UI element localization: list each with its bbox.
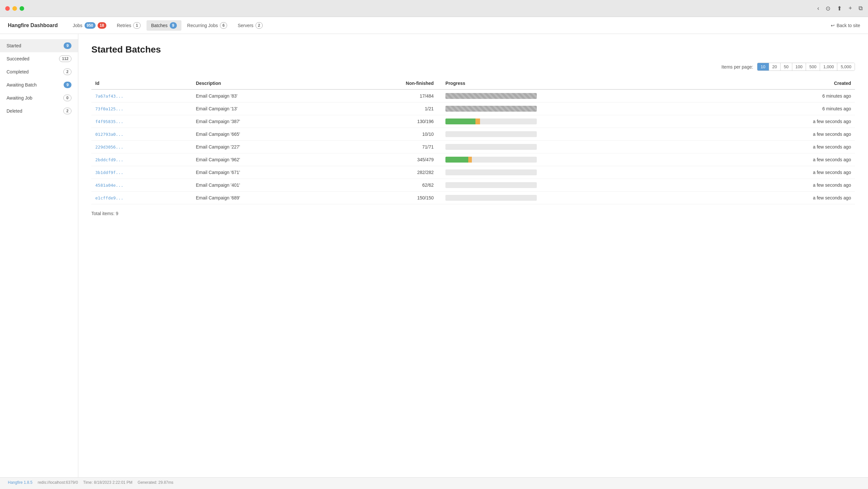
batch-id-link[interactable]: 229d3056... — [95, 145, 123, 150]
cell-created: a few seconds ago — [726, 128, 855, 141]
table-row: 73f0a125...Email Campaign '13'1/216 minu… — [91, 102, 855, 115]
batch-id-link[interactable]: 2bddcfd9... — [95, 157, 123, 162]
cell-id: 012793a0... — [91, 128, 192, 141]
sidebar-item-deleted[interactable]: Deleted 2 — [0, 104, 78, 118]
download-icon[interactable]: ⊙ — [826, 5, 831, 12]
nav-servers-label: Servers — [238, 23, 253, 28]
cell-progress — [438, 153, 726, 166]
maximize-button[interactable] — [20, 6, 24, 11]
table-row: e1cffde9...Email Campaign '689'150/150a … — [91, 192, 855, 204]
cell-id: 73f0a125... — [91, 102, 192, 115]
col-header-non-finished: Non-finished — [337, 78, 438, 89]
cell-description: Email Campaign '962' — [192, 153, 337, 166]
table-row: 7a67af43...Email Campaign '83'17/4846 mi… — [91, 89, 855, 102]
cell-progress — [438, 192, 726, 204]
footer-version-link[interactable]: Hangfire 1.8.5 — [8, 480, 32, 485]
progress-striped — [445, 106, 537, 112]
col-header-id: Id — [91, 78, 192, 89]
ipp-btn-1000[interactable]: 1,000 — [820, 63, 838, 70]
progress-bar — [445, 106, 537, 112]
footer-generated: Generated: 29.87ms — [138, 480, 173, 485]
titlebar: ‹ ⊙ ⬆ + ⧉ — [0, 0, 868, 17]
nav-batches[interactable]: Batches 9 — [147, 20, 181, 31]
cell-non-finished: 345/479 — [337, 153, 438, 166]
sidebar-item-awaiting-job-label: Awaiting Job — [6, 95, 32, 100]
batch-id-link[interactable]: e1cffde9... — [95, 195, 123, 201]
progress-green — [445, 157, 468, 162]
sidebar-item-succeeded-badge: 112 — [59, 56, 71, 62]
nav-jobs-label: Jobs — [73, 23, 83, 28]
sidebar-item-awaiting-batch-badge: 9 — [64, 82, 71, 88]
brand-name: Hangfire Dashboard — [8, 23, 58, 28]
cell-created: 6 minutes ago — [726, 89, 855, 102]
footer-generated-label: Generated: — [138, 480, 157, 485]
nav-jobs-badge: 950 — [85, 22, 96, 29]
minimize-button[interactable] — [12, 6, 17, 11]
traffic-lights — [5, 6, 24, 11]
batches-table: Id Description Non-finished Progress Cre… — [91, 78, 855, 204]
sidebar-item-deleted-label: Deleted — [6, 109, 22, 114]
batch-id-link[interactable]: 4581a04e... — [95, 183, 123, 188]
nav-retries-badge: 1 — [133, 22, 141, 29]
sidebar-item-started[interactable]: Started 9 — [0, 39, 78, 52]
nav-jobs[interactable]: Jobs 950 18 — [68, 20, 111, 31]
cell-progress — [438, 179, 726, 192]
cell-non-finished: 150/150 — [337, 192, 438, 204]
cell-non-finished: 71/71 — [337, 141, 438, 153]
progress-orange — [475, 119, 480, 124]
col-header-created: Created — [726, 78, 855, 89]
table-row: 012793a0...Email Campaign '665'10/10a fe… — [91, 128, 855, 141]
nav-retries-label: Retries — [117, 23, 131, 28]
navbar: Hangfire Dashboard Jobs 950 18 Retries 1… — [0, 17, 868, 34]
cell-created: a few seconds ago — [726, 141, 855, 153]
back-icon: ↩ — [831, 23, 835, 28]
back-icon[interactable]: ‹ — [817, 5, 819, 12]
share-icon[interactable]: ⬆ — [837, 5, 842, 12]
total-items: Total items: 9 — [91, 211, 855, 216]
sidebar-item-started-badge: 9 — [64, 42, 71, 49]
new-tab-icon[interactable]: + — [848, 5, 852, 12]
nav-retries[interactable]: Retries 1 — [112, 20, 145, 31]
sidebar-item-completed[interactable]: Completed 2 — [0, 65, 78, 78]
sidebar-item-awaiting-batch[interactable]: Awaiting Batch 9 — [0, 78, 78, 91]
nav-servers[interactable]: Servers 2 — [233, 20, 267, 31]
cell-id: e1cffde9... — [91, 192, 192, 204]
ipp-btn-500[interactable]: 500 — [806, 63, 820, 70]
tabs-icon[interactable]: ⧉ — [859, 5, 863, 12]
back-to-site[interactable]: ↩ Back to site — [831, 23, 860, 28]
batch-id-link[interactable]: 7a67af43... — [95, 94, 123, 99]
cell-non-finished: 62/62 — [337, 179, 438, 192]
ipp-btn-50[interactable]: 50 — [780, 63, 792, 70]
cell-created: a few seconds ago — [726, 153, 855, 166]
batch-id-link[interactable]: 3b1ddf9f... — [95, 170, 123, 175]
batch-id-link[interactable]: 012793a0... — [95, 132, 123, 137]
batch-id-link[interactable]: f4f95835... — [95, 119, 123, 124]
cell-id: f4f95835... — [91, 115, 192, 128]
ipp-btn-5000[interactable]: 5,000 — [837, 63, 855, 70]
progress-striped — [445, 93, 537, 99]
close-button[interactable] — [5, 6, 10, 11]
cell-description: Email Campaign '671' — [192, 166, 337, 179]
sidebar-item-succeeded-label: Succeeded — [6, 56, 29, 61]
sidebar-item-succeeded[interactable]: Succeeded 112 — [0, 52, 78, 65]
table-row: 229d3056...Email Campaign '227'71/71a fe… — [91, 141, 855, 153]
nav-recurring-jobs-badge: 6 — [220, 22, 227, 29]
cell-non-finished: 130/196 — [337, 115, 438, 128]
ipp-btn-20[interactable]: 20 — [769, 63, 780, 70]
footer-generated-value: 29.87ms — [158, 480, 173, 485]
sidebar-item-awaiting-job-badge: 0 — [63, 95, 71, 101]
cell-description: Email Campaign '665' — [192, 128, 337, 141]
sidebar-item-started-label: Started — [6, 43, 21, 48]
cell-non-finished: 17/484 — [337, 89, 438, 102]
sidebar-item-completed-label: Completed — [6, 69, 29, 74]
ipp-btn-100[interactable]: 100 — [792, 63, 806, 70]
table-row: f4f95835...Email Campaign '387'130/196a … — [91, 115, 855, 128]
cell-created: a few seconds ago — [726, 192, 855, 204]
sidebar-item-awaiting-job[interactable]: Awaiting Job 0 — [0, 91, 78, 104]
table-header-row: Id Description Non-finished Progress Cre… — [91, 78, 855, 89]
nav-recurring-jobs[interactable]: Recurring Jobs 6 — [183, 20, 232, 31]
cell-progress — [438, 102, 726, 115]
ipp-btn-10[interactable]: 10 — [757, 63, 769, 70]
batch-id-link[interactable]: 73f0a125... — [95, 106, 123, 111]
progress-bar — [445, 182, 537, 188]
